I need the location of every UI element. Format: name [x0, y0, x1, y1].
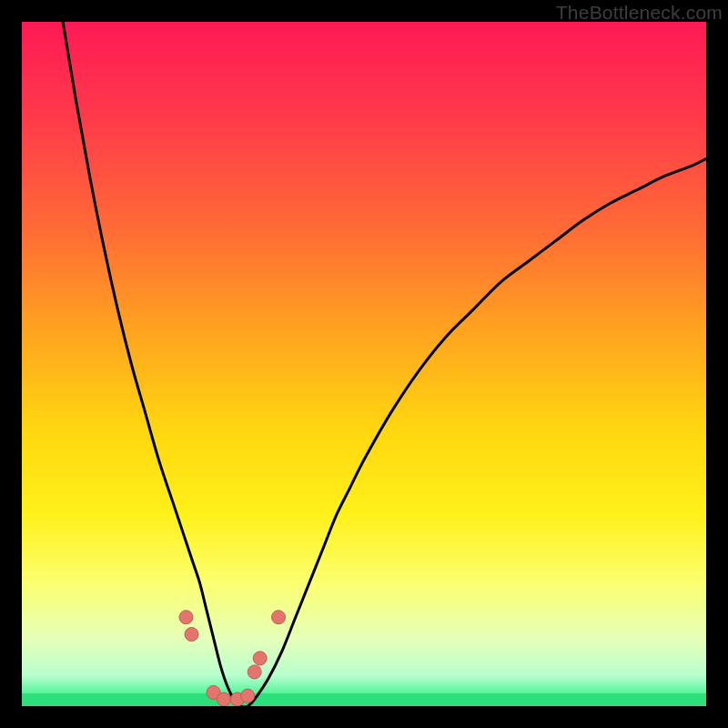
green-band [22, 693, 706, 706]
data-marker [217, 693, 230, 706]
data-marker [248, 665, 261, 679]
chart-frame [22, 22, 706, 706]
data-marker [272, 611, 286, 624]
data-marker [185, 628, 198, 642]
bottleneck-chart [22, 22, 706, 706]
gradient-background [22, 22, 706, 706]
data-marker [253, 652, 267, 665]
data-marker [241, 689, 255, 703]
data-marker [179, 611, 193, 624]
watermark-text: TheBottleneck.com [556, 2, 723, 24]
